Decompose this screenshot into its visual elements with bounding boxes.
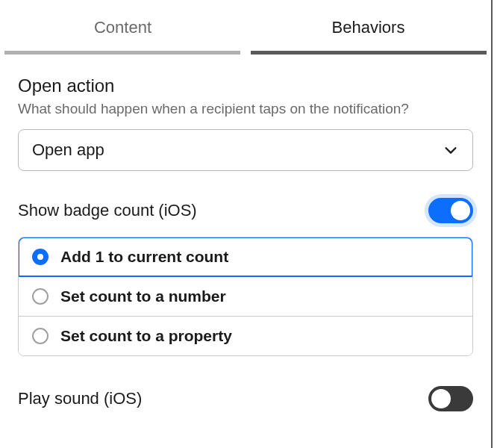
open-action-selected-value: Open app <box>32 140 104 160</box>
tab-indicator-content <box>4 51 240 55</box>
badge-option-label: Set count to a number <box>60 287 226 305</box>
badge-count-options: Add 1 to current count Set count to a nu… <box>18 237 473 356</box>
content-area: Open action What should happen when a re… <box>0 55 491 411</box>
play-sound-row: Play sound (iOS) <box>18 386 473 411</box>
radio-unchecked-icon <box>32 288 49 305</box>
tab-indicator-behaviors <box>251 51 487 55</box>
open-action-title: Open action <box>18 75 473 96</box>
badge-option-set-property[interactable]: Set count to a property <box>19 316 472 355</box>
badge-option-add-1[interactable]: Add 1 to current count <box>19 237 472 276</box>
panel: Content Behaviors Open action What shoul… <box>0 0 493 448</box>
tab-behaviors[interactable]: Behaviors <box>246 9 491 51</box>
toggle-knob <box>431 389 451 408</box>
badge-option-label: Set count to a property <box>60 327 232 345</box>
radio-unchecked-icon <box>32 328 49 344</box>
tabs: Content Behaviors <box>0 0 491 51</box>
tab-content[interactable]: Content <box>0 9 246 51</box>
play-sound-toggle[interactable] <box>428 386 473 411</box>
play-sound-label: Play sound (iOS) <box>18 389 142 408</box>
open-action-section: Open action What should happen when a re… <box>18 75 473 171</box>
toggle-knob <box>451 201 470 220</box>
badge-count-toggle[interactable] <box>428 198 473 223</box>
badge-option-label: Add 1 to current count <box>60 248 228 266</box>
radio-checked-icon <box>32 249 49 265</box>
chevron-down-icon <box>443 142 459 158</box>
badge-count-label: Show badge count (iOS) <box>18 201 197 220</box>
open-action-subtitle: What should happen when a recipient taps… <box>18 99 473 119</box>
badge-count-row: Show badge count (iOS) <box>18 198 473 223</box>
badge-option-set-number[interactable]: Set count to a number <box>19 276 472 316</box>
open-action-select[interactable]: Open app <box>18 129 473 171</box>
